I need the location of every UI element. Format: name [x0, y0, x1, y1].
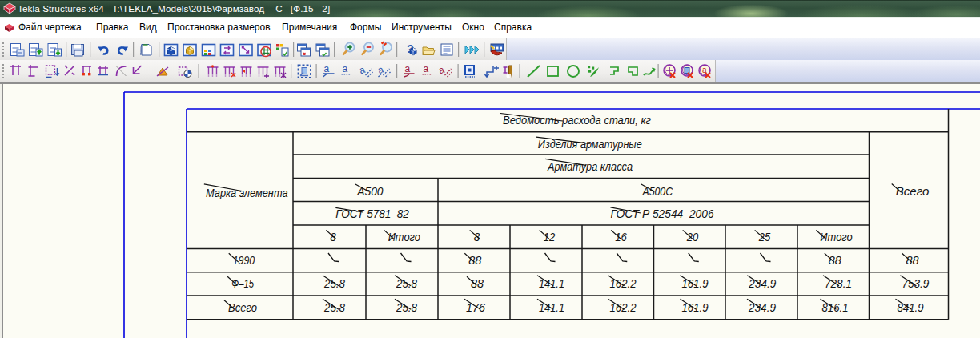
svg-text:25: 25: [758, 231, 771, 243]
svg-text:25.8: 25.8: [396, 301, 417, 314]
svg-text:8: 8: [330, 231, 336, 243]
svg-text:88: 88: [829, 254, 841, 267]
svg-text:88: 88: [906, 254, 919, 267]
svg-text:Арматура класса: Арматура класса: [547, 160, 633, 173]
svg-text:ГОСТ 5781–82: ГОСТ 5781–82: [335, 207, 409, 220]
svg-text:20: 20: [686, 231, 698, 243]
svg-text:176: 176: [466, 301, 486, 314]
svg-text:25.8: 25.8: [396, 277, 417, 290]
svg-text:Итого: Итого: [388, 231, 420, 243]
svg-text:25.8: 25.8: [323, 277, 345, 290]
svg-text:234.9: 234.9: [748, 301, 776, 314]
svg-text:Марка элемента: Марка элемента: [206, 187, 288, 199]
svg-text:234.9: 234.9: [748, 277, 776, 290]
svg-text:88: 88: [471, 277, 484, 290]
svg-text:12: 12: [544, 231, 556, 243]
svg-text:Изделия арматурные: Изделия арматурные: [538, 138, 642, 151]
svg-text:16: 16: [615, 231, 627, 243]
svg-text:Итого: Итого: [820, 231, 852, 243]
svg-text:25.8: 25.8: [323, 301, 345, 314]
svg-text:ГОСТ Р 52544–2006: ГОСТ Р 52544–2006: [610, 207, 714, 220]
svg-text:8: 8: [474, 231, 480, 243]
svg-text:88: 88: [468, 254, 481, 267]
svg-text:Всего: Всего: [896, 185, 930, 198]
